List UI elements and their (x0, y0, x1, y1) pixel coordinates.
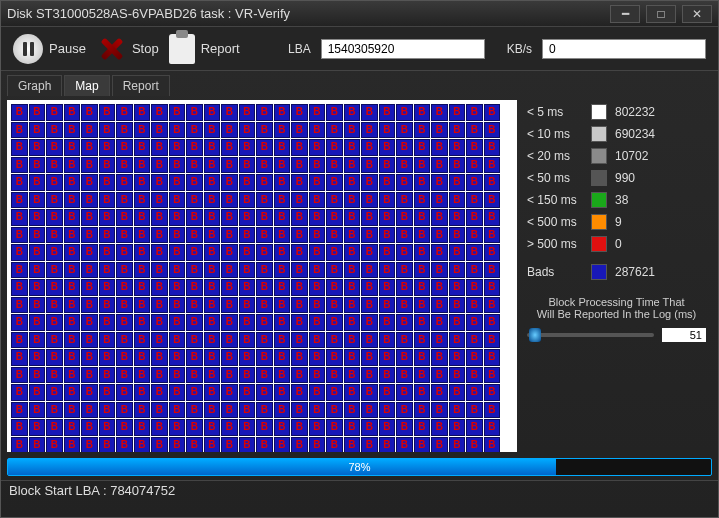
map-cell: B (414, 157, 431, 174)
minimize-button[interactable]: ━ (610, 5, 640, 23)
close-button[interactable]: ✕ (682, 5, 712, 23)
map-cell: B (46, 279, 63, 296)
map-cell: B (64, 402, 81, 419)
map-cell: B (46, 419, 63, 436)
map-cell: B (396, 279, 413, 296)
map-cell: B (64, 174, 81, 191)
map-cell: B (291, 104, 308, 121)
map-cell: B (291, 314, 308, 331)
map-cell: B (466, 227, 483, 244)
maximize-button[interactable]: □ (646, 5, 676, 23)
map-cell: B (81, 157, 98, 174)
map-cell: B (11, 262, 28, 279)
legend-swatch (591, 214, 607, 230)
map-cell: B (309, 367, 326, 384)
legend-swatch (591, 236, 607, 252)
map-cell: B (11, 227, 28, 244)
map-cell: B (186, 192, 203, 209)
map-cell: B (274, 122, 291, 139)
bads-swatch (591, 264, 607, 280)
map-cell: B (361, 384, 378, 401)
map-cell: B (186, 244, 203, 261)
block-time-slider[interactable] (527, 333, 654, 337)
map-cell: B (449, 227, 466, 244)
map-cell: B (64, 297, 81, 314)
kbs-field[interactable] (542, 39, 706, 59)
map-cell: B (431, 157, 448, 174)
map-cell: B (291, 437, 308, 453)
map-cell: B (239, 209, 256, 226)
map-cell: B (484, 279, 501, 296)
legend-label: < 50 ms (527, 171, 583, 185)
map-cell: B (449, 174, 466, 191)
map-cell: B (81, 139, 98, 156)
map-cell: B (29, 314, 46, 331)
map-cell: B (484, 384, 501, 401)
map-cell: B (239, 244, 256, 261)
legend-row: < 500 ms9 (527, 214, 706, 230)
map-cell: B (151, 349, 168, 366)
map-cell: B (134, 349, 151, 366)
map-cell: B (186, 174, 203, 191)
map-cell: B (431, 349, 448, 366)
map-cell: B (484, 227, 501, 244)
block-time-heading: Block Processing Time That Will Be Repor… (527, 296, 706, 320)
stop-button[interactable]: Stop (96, 34, 159, 64)
map-cell: B (116, 227, 133, 244)
map-cell: B (81, 419, 98, 436)
block-map: BBBBBBBBBBBBBBBBBBBBBBBBBBBBBBBBBBBBBBBB… (7, 100, 517, 452)
map-cell: B (449, 122, 466, 139)
map-cell: B (116, 262, 133, 279)
map-cell: B (221, 419, 238, 436)
map-cell: B (309, 262, 326, 279)
map-cell: B (361, 349, 378, 366)
map-cell: B (309, 174, 326, 191)
map-cell: B (361, 297, 378, 314)
map-cell: B (431, 402, 448, 419)
map-cell: B (239, 437, 256, 453)
tab-map[interactable]: Map (64, 75, 109, 96)
map-cell: B (239, 192, 256, 209)
map-cell: B (414, 244, 431, 261)
map-cell: B (309, 384, 326, 401)
map-cell: B (466, 437, 483, 453)
map-cell: B (449, 349, 466, 366)
map-cell: B (379, 192, 396, 209)
map-cell: B (221, 279, 238, 296)
tab-report[interactable]: Report (112, 75, 170, 96)
map-cell: B (396, 227, 413, 244)
pause-button[interactable]: Pause (13, 34, 86, 64)
map-cell: B (221, 192, 238, 209)
map-cell: B (239, 104, 256, 121)
map-cell: B (186, 367, 203, 384)
map-cell: B (11, 402, 28, 419)
map-cell: B (186, 122, 203, 139)
map-cell: B (221, 402, 238, 419)
map-cell: B (11, 104, 28, 121)
tab-graph[interactable]: Graph (7, 75, 62, 96)
legend-swatch (591, 148, 607, 164)
map-cell: B (466, 192, 483, 209)
slider-thumb[interactable] (529, 328, 541, 342)
map-cell: B (46, 139, 63, 156)
map-cell: B (11, 279, 28, 296)
block-time-value[interactable]: 51 (662, 328, 706, 342)
lba-field[interactable] (321, 39, 485, 59)
map-cell: B (361, 332, 378, 349)
map-cell: B (239, 262, 256, 279)
map-cell: B (29, 332, 46, 349)
report-button[interactable]: Report (169, 34, 240, 64)
map-cell: B (449, 297, 466, 314)
map-cell: B (361, 174, 378, 191)
map-cell: B (396, 104, 413, 121)
map-cell: B (169, 244, 186, 261)
map-cell: B (361, 192, 378, 209)
map-cell: B (204, 332, 221, 349)
map-cell: B (256, 419, 273, 436)
legend-row: < 50 ms990 (527, 170, 706, 186)
map-cell: B (46, 402, 63, 419)
map-cell: B (449, 437, 466, 453)
map-cell: B (134, 174, 151, 191)
map-cell: B (99, 279, 116, 296)
map-cell: B (239, 157, 256, 174)
